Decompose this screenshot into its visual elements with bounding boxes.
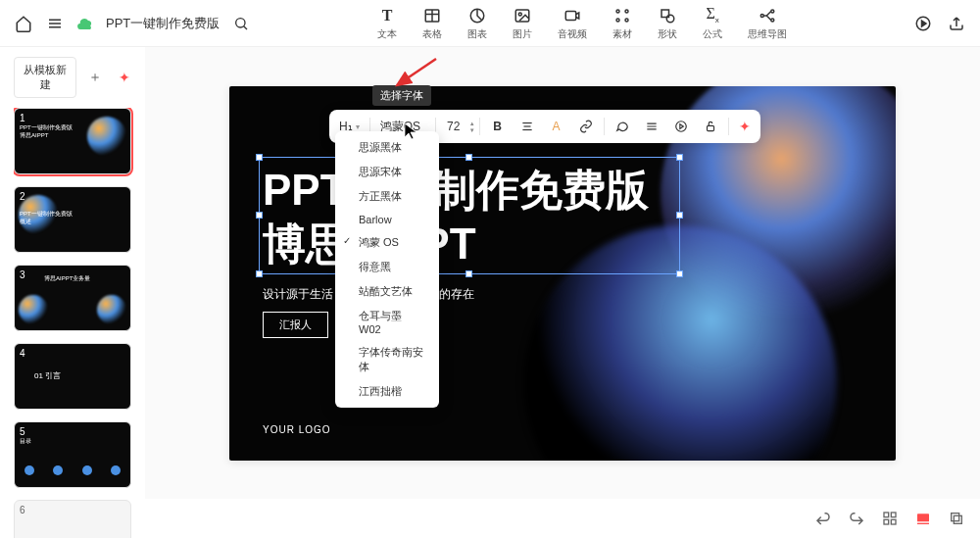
selection-box[interactable] [259,157,680,274]
svg-rect-32 [891,519,896,524]
svg-rect-11 [565,11,576,20]
svg-rect-28 [707,125,713,130]
font-option[interactable]: Barlow [335,209,439,230]
lock-button[interactable] [697,114,724,139]
distribute-button[interactable] [638,114,665,139]
comment-button[interactable] [609,114,636,139]
font-option-selected[interactable]: 鸿蒙 OS [335,230,439,255]
sticker-icon [612,6,632,25]
tool-table[interactable]: 表格 [422,6,442,41]
svg-point-17 [666,15,674,23]
slide-logo-text[interactable]: YOUR LOGO [263,424,331,435]
svg-rect-31 [884,519,889,524]
slide-thumb-6[interactable]: 6 [14,500,137,538]
layers-icon[interactable] [947,509,966,528]
svg-point-14 [616,19,619,22]
slide-thumb-2[interactable]: 2PPT一键制作免费版概述 [14,186,137,253]
font-dropdown: 思源黑体 思源宋体 方正黑体 Barlow 鸿蒙 OS 得意黑 站酷文艺体 仓耳… [335,131,439,408]
svg-point-20 [771,19,774,22]
tool-mindmap[interactable]: 思维导图 [748,6,787,41]
svg-point-27 [675,122,686,132]
formula-icon: Σx [703,6,722,25]
font-option[interactable]: 仓耳与墨 W02 [335,304,439,340]
topbar-left: PPT一键制作免费版 [14,14,251,33]
undo-icon[interactable] [813,509,833,528]
svg-line-4 [244,25,247,28]
text-icon: T [377,6,397,25]
mindmap-icon [758,6,777,25]
slide-thumbnails: 1PPT一键制作免费版博思AIPPT 2PPT一键制作免费版概述 3博思AIPP… [14,108,145,538]
font-option[interactable]: 江西拙楷 [335,379,439,404]
font-option[interactable]: 方正黑体 [335,184,439,209]
slide-sidebar: 从模板新建 ＋ ✦ 1PPT一键制作免费版博思AIPPT 2PPT一键制作免费版… [0,47,145,538]
tool-shape[interactable]: 形状 [658,6,677,41]
font-size-input[interactable]: 72 [440,114,467,139]
text-color-button[interactable]: A [543,114,570,139]
share-icon[interactable] [947,14,966,33]
svg-rect-34 [917,523,929,524]
svg-rect-35 [952,514,959,521]
slide-thumb-4[interactable]: 401 引言 [14,343,137,410]
font-option[interactable]: 字体传奇南安体 [335,340,439,379]
ai-assist-button[interactable]: ✦ [733,114,757,139]
svg-rect-29 [884,513,889,517]
add-slide-button[interactable]: ＋ [84,67,106,88]
ai-sparkle-button[interactable]: ✦ [114,67,135,88]
svg-point-12 [616,10,619,13]
redo-icon[interactable] [847,509,866,528]
animation-button[interactable] [667,114,695,139]
align-button[interactable] [514,114,541,139]
menu-icon[interactable] [45,14,65,33]
font-option[interactable]: 得意黑 [335,255,439,279]
insert-tools: T 文本 表格 图表 图片 音视频 素材 形状 Σx 公式 [257,6,907,41]
slide-thumb-5[interactable]: 5目录 [14,421,137,488]
svg-point-18 [760,14,763,17]
present-view-icon[interactable] [913,509,933,528]
slide-thumb-3[interactable]: 3博思AIPPT业务量 [14,265,137,331]
topbar-right [913,14,966,33]
font-tooltip: 选择字体 [372,85,431,106]
svg-point-19 [771,10,774,13]
slide-thumb-1[interactable]: 1PPT一键制作免费版博思AIPPT [14,108,137,174]
document-title[interactable]: PPT一键制作免费版 [106,15,220,32]
bottom-bar [813,509,966,528]
image-icon [513,6,532,25]
font-size-spinner[interactable]: ▲▼ [469,121,475,133]
font-option[interactable]: 思源宋体 [335,160,439,184]
new-from-template-button[interactable]: 从模板新建 [14,57,76,98]
svg-rect-30 [891,513,896,517]
svg-rect-33 [917,514,929,521]
tool-formula[interactable]: Σx 公式 [703,6,722,41]
tool-video[interactable]: 音视频 [558,6,587,41]
cloud-sync-icon [76,15,94,32]
svg-point-3 [236,18,245,26]
home-icon[interactable] [14,14,33,33]
tool-image[interactable]: 图片 [513,6,532,41]
grid-view-icon[interactable] [880,509,900,528]
svg-point-13 [625,10,628,13]
table-icon [422,6,442,25]
svg-rect-36 [954,515,961,523]
top-bar: PPT一键制作免费版 T 文本 表格 图表 图片 音视频 素材 [0,0,980,47]
link-button[interactable] [572,114,600,139]
tool-text[interactable]: T 文本 [377,6,397,41]
slide-reporter-button[interactable]: 汇报人 [263,312,328,338]
svg-point-15 [625,19,628,22]
font-option[interactable]: 思源黑体 [335,135,439,160]
search-icon[interactable] [231,14,251,33]
tool-chart[interactable]: 图表 [467,6,487,41]
font-option[interactable]: 站酷文艺体 [335,279,439,304]
bold-button[interactable]: B [484,114,512,139]
svg-point-10 [518,13,521,16]
new-slide-row: 从模板新建 ＋ ✦ [14,57,145,98]
play-icon[interactable] [913,14,933,33]
tool-sticker[interactable]: 素材 [612,6,632,41]
video-icon [563,6,582,25]
shape-icon [658,6,677,25]
chart-icon [467,6,487,25]
